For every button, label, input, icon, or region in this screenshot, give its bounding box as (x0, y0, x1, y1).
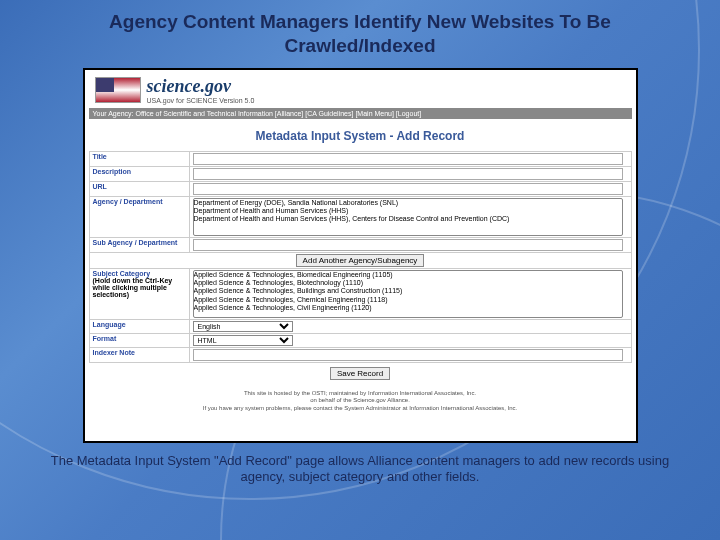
label-subagency: Sub Agency / Department (89, 237, 189, 252)
subagency-input[interactable] (193, 239, 624, 251)
subject-option[interactable]: Applied Science & Technologies, Building… (194, 287, 623, 295)
agency-topbar: Your Agency: Office of Scientific and Te… (89, 108, 632, 119)
footer-line-prefix: on behalf of the Science.gov Alliance. (310, 397, 410, 403)
flag-icon (95, 77, 141, 103)
indexer-input[interactable] (193, 349, 624, 361)
slide-title: Agency Content Managers Identify New Web… (0, 0, 720, 64)
subject-option[interactable]: Applied Science & Technologies, Civil En… (194, 304, 623, 312)
record-form: Title Description URL Agency / Departmen… (89, 151, 632, 363)
subject-hint: (Hold down the Ctrl-Key while clicking m… (93, 277, 173, 298)
label-title: Title (89, 151, 189, 166)
title-input[interactable] (193, 153, 624, 165)
subject-select[interactable]: Applied Science & Technologies, Biomedic… (193, 270, 624, 318)
subject-option[interactable]: Applied Science & Technologies, Chemical… (194, 296, 623, 304)
agency-option[interactable]: Department of Health and Human Services … (194, 207, 623, 215)
add-agency-button[interactable]: Add Another Agency/Subagency (296, 254, 425, 267)
footer-text: This site is hosted by the OSTI; maintai… (89, 390, 632, 413)
subject-option[interactable]: Applied Science & Technologies, Biomedic… (194, 271, 623, 279)
save-button[interactable]: Save Record (330, 367, 390, 380)
agency-option[interactable]: Department of Energy (DOE), Sandia Natio… (194, 199, 623, 207)
banner: science.gov USA.gov for SCIENCE Version … (89, 74, 632, 106)
footer-line1: This site is hosted by the OSTI; maintai… (244, 390, 476, 396)
subject-option[interactable]: Applied Science & Technologies, Biotechn… (194, 279, 623, 287)
footer-line2: If you have any system problems, please … (203, 405, 518, 411)
description-input[interactable] (193, 168, 624, 180)
slide-caption: The Metadata Input System "Add Record" p… (0, 443, 720, 487)
format-select[interactable]: HTML (193, 335, 293, 346)
label-description: Description (89, 166, 189, 181)
label-url: URL (89, 181, 189, 196)
label-subject: Subject Category (Hold down the Ctrl-Key… (89, 268, 189, 319)
language-select[interactable]: English (193, 321, 293, 332)
label-format: Format (89, 333, 189, 347)
label-language: Language (89, 319, 189, 333)
form-title: Metadata Input System - Add Record (89, 129, 632, 143)
label-agency: Agency / Department (89, 196, 189, 237)
agency-select[interactable]: Department of Energy (DOE), Sandia Natio… (193, 198, 624, 236)
site-tagline: USA.gov for SCIENCE Version 5.0 (147, 97, 255, 104)
screenshot-panel: science.gov USA.gov for SCIENCE Version … (83, 68, 638, 443)
agency-option[interactable]: Department of Health and Human Services … (194, 215, 623, 223)
site-logo-text: science.gov (147, 76, 255, 97)
subject-label-text: Subject Category (93, 270, 151, 277)
label-indexer: Indexer Note (89, 347, 189, 362)
url-input[interactable] (193, 183, 624, 195)
